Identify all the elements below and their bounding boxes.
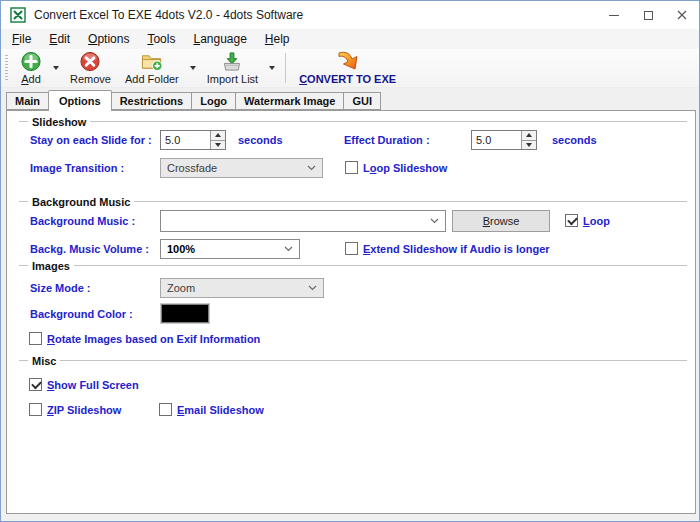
stay-duration-spinner[interactable]: 5.0 xyxy=(160,130,226,150)
import-list-dropdown-button[interactable] xyxy=(265,49,279,87)
misc-section-label: Misc xyxy=(28,355,60,367)
image-transition-value: Crossfade xyxy=(167,162,217,174)
import-list-label: Import List xyxy=(207,73,258,85)
add-dropdown-button[interactable] xyxy=(49,49,63,87)
chevron-down-icon xyxy=(430,218,439,224)
toolbar-separator xyxy=(285,53,286,83)
add-button[interactable]: Add xyxy=(13,49,49,87)
tab-strip: Main Options Restrictions Logo Watermark… xyxy=(6,89,380,110)
tab-restrictions[interactable]: Restrictions xyxy=(111,92,193,110)
add-folder-button[interactable]: Add Folder xyxy=(118,49,186,87)
menu-options[interactable]: Options xyxy=(79,29,138,49)
background-color-label: Background Color : xyxy=(30,308,133,320)
remove-label: Remove xyxy=(70,73,111,85)
checkbox-box[interactable] xyxy=(345,242,358,255)
spin-down-button[interactable] xyxy=(522,140,536,150)
chevron-down-icon xyxy=(53,66,59,70)
checkbox-box[interactable] xyxy=(159,403,172,416)
maximize-button[interactable] xyxy=(631,1,665,29)
music-volume-select[interactable]: 100% xyxy=(160,239,300,259)
stay-duration-value: 5.0 xyxy=(161,131,210,149)
triangle-down-icon xyxy=(526,143,532,147)
triangle-up-icon xyxy=(526,133,532,137)
size-mode-value: Zoom xyxy=(167,282,195,294)
import-list-button[interactable]: Import List xyxy=(200,49,265,87)
misc-section-header: Misc xyxy=(19,354,687,367)
slideshow-section-header: Slideshow xyxy=(19,115,687,128)
effect-duration-value: 5.0 xyxy=(472,131,521,149)
extend-slideshow-label: Extend Slideshow if Audio is longer xyxy=(363,243,550,255)
add-folder-icon xyxy=(140,51,164,72)
import-list-icon xyxy=(221,51,243,72)
tab-logo[interactable]: Logo xyxy=(191,92,236,110)
add-icon xyxy=(20,51,42,72)
zip-slideshow-checkbox[interactable]: ZIP Slideshow xyxy=(29,403,121,416)
triangle-up-icon xyxy=(215,133,221,137)
checkbox-box[interactable] xyxy=(345,161,358,174)
rotate-exif-checkbox[interactable]: Rotate Images based on Exif Information xyxy=(29,332,260,345)
browse-button[interactable]: Browse xyxy=(452,210,550,232)
checkbox-box[interactable] xyxy=(29,332,42,345)
convert-to-exe-label: CONVERT TO EXE xyxy=(299,73,396,85)
menu-edit[interactable]: Edit xyxy=(40,29,79,49)
tab-gui[interactable]: GUI xyxy=(343,92,381,110)
convert-to-exe-button[interactable]: CONVERT TO EXE xyxy=(292,49,403,87)
tab-watermark-image[interactable]: Watermark Image xyxy=(235,92,344,110)
image-transition-select[interactable]: Crossfade xyxy=(160,158,323,178)
menu-tools[interactable]: Tools xyxy=(138,29,184,49)
background-music-label: Background Music : xyxy=(30,215,135,227)
chevron-down-icon xyxy=(308,285,317,291)
checkbox-box[interactable] xyxy=(29,403,42,416)
tab-options[interactable]: Options xyxy=(48,90,112,111)
loop-music-label: Loop xyxy=(583,215,610,227)
menu-bar: File Edit Options Tools Language Help xyxy=(1,29,699,49)
stay-on-slide-label: Stay on each Slide for : xyxy=(30,134,152,146)
show-full-screen-label: Show Full Screen xyxy=(47,379,139,391)
spin-down-button[interactable] xyxy=(211,140,225,150)
menu-file[interactable]: File xyxy=(3,29,40,49)
chevron-down-icon xyxy=(190,66,196,70)
size-mode-label: Size Mode : xyxy=(30,282,91,294)
chevron-down-icon xyxy=(269,66,275,70)
background-music-select[interactable] xyxy=(160,210,446,232)
checkbox-box[interactable] xyxy=(29,378,42,391)
effect-duration-spinner[interactable]: 5.0 xyxy=(471,130,537,150)
stay-seconds-label: seconds xyxy=(238,134,283,146)
show-full-screen-checkbox[interactable]: Show Full Screen xyxy=(29,378,139,391)
email-slideshow-checkbox[interactable]: Email Slideshow xyxy=(159,403,264,416)
close-button[interactable] xyxy=(665,1,699,29)
chevron-down-icon xyxy=(284,246,293,252)
email-slideshow-label: Email Slideshow xyxy=(177,404,264,416)
music-volume-label: Backg. Music Volume : xyxy=(30,243,149,255)
menu-help[interactable]: Help xyxy=(256,29,299,49)
options-tab-page: Slideshow Stay on each Slide for : 5.0 s… xyxy=(6,110,696,514)
title-bar: Convert Excel To EXE 4dots V2.0 - 4dots … xyxy=(1,1,699,29)
toolbar-gripper xyxy=(5,55,8,81)
music-volume-value: 100% xyxy=(167,243,195,255)
loop-music-checkbox[interactable]: Loop xyxy=(565,214,610,227)
background-color-swatch[interactable] xyxy=(161,304,209,323)
minimize-button[interactable] xyxy=(597,1,631,29)
background-music-section-header: Background Music xyxy=(19,195,687,208)
maximize-icon xyxy=(644,11,653,20)
add-folder-label: Add Folder xyxy=(125,73,179,85)
background-music-section-label: Background Music xyxy=(28,196,134,208)
add-folder-dropdown-button[interactable] xyxy=(186,49,200,87)
app-icon xyxy=(10,7,26,23)
size-mode-select[interactable]: Zoom xyxy=(160,278,324,298)
image-transition-label: Image Transition : xyxy=(30,162,124,174)
spin-up-button[interactable] xyxy=(522,131,536,140)
remove-button[interactable]: Remove xyxy=(63,49,118,87)
checkbox-box[interactable] xyxy=(565,214,578,227)
extend-slideshow-checkbox[interactable]: Extend Slideshow if Audio is longer xyxy=(345,242,550,255)
tab-main[interactable]: Main xyxy=(6,92,49,110)
images-section-label: Images xyxy=(28,260,74,272)
loop-slideshow-checkbox[interactable]: Loop Slideshow xyxy=(345,161,447,174)
effect-seconds-label: seconds xyxy=(552,134,597,146)
convert-arrow-icon xyxy=(334,51,362,73)
window-title: Convert Excel To EXE 4dots V2.0 - 4dots … xyxy=(34,8,303,22)
toolbar: Add Remove Add Folder xyxy=(1,49,699,88)
remove-icon xyxy=(79,51,101,72)
menu-language[interactable]: Language xyxy=(184,29,255,49)
spin-up-button[interactable] xyxy=(211,131,225,140)
